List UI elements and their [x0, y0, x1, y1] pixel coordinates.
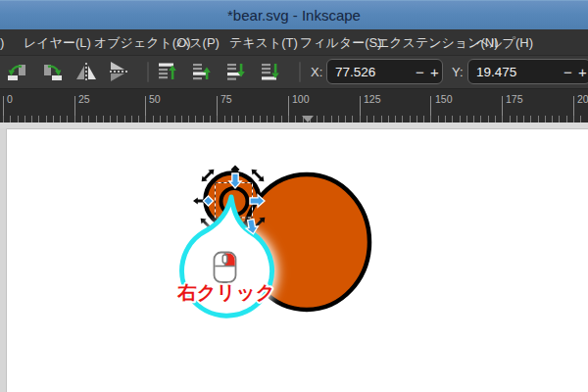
title-bar[interactable]: *bear.svg - Inkscape	[0, 0, 588, 29]
ruler-label: 200	[577, 93, 588, 105]
window-title: *bear.svg - Inkscape	[227, 7, 361, 24]
x-label: X:	[311, 56, 322, 88]
rotate-cw-icon	[40, 60, 64, 83]
canvas-area: 右クリック	[0, 122, 588, 392]
canvas-gutter-left	[0, 128, 7, 392]
x-increment-button[interactable]: +	[427, 64, 442, 80]
y-value[interactable]: 19.475	[468, 65, 561, 79]
ruler-label: 150	[435, 93, 453, 105]
lower-button[interactable]	[223, 59, 249, 84]
y-input[interactable]: 19.475 − +	[467, 59, 588, 84]
callout-label: 右クリック	[176, 281, 274, 303]
mouse-icon	[215, 253, 236, 283]
menu-item-clipped[interactable]: )	[0, 29, 4, 56]
y-label: Y:	[452, 56, 464, 88]
raise-to-top-icon	[156, 60, 179, 83]
flip-vertical-icon	[107, 60, 130, 83]
flip-horizontal-button[interactable]	[74, 59, 99, 84]
raise-icon	[190, 60, 214, 83]
ruler-label: 50	[149, 93, 161, 105]
x-value[interactable]: 77.526	[327, 65, 413, 79]
toolbar-separator	[299, 62, 301, 82]
horizontal-ruler: 0 25 50 75 100 125 150 175 200	[0, 88, 588, 122]
ruler-label: 25	[78, 93, 90, 105]
rotate-ccw-icon	[6, 60, 29, 83]
canvas-gutter-top	[0, 122, 588, 129]
ruler-label: 175	[506, 93, 523, 105]
menu-item-help[interactable]: ヘルプ(H)	[476, 29, 533, 56]
lower-to-bottom-button[interactable]	[258, 59, 283, 84]
y-increment-button[interactable]: +	[575, 64, 588, 80]
ruler-minor-ticks	[3, 116, 588, 122]
ruler-label: 100	[292, 93, 310, 105]
y-decrement-button[interactable]: −	[561, 64, 575, 80]
mouse-wheel	[222, 255, 227, 264]
toolbar-separator	[147, 62, 149, 82]
menu-item-layer[interactable]: レイヤー(L)	[24, 29, 91, 56]
rotate-ccw-button[interactable]	[5, 59, 30, 84]
lower-icon	[224, 60, 248, 83]
ruler-position-marker	[302, 116, 314, 122]
menu-item-filters[interactable]: フィルター(S)	[300, 29, 382, 56]
flip-vertical-button[interactable]	[106, 59, 131, 84]
x-input[interactable]: 77.526 − +	[326, 59, 443, 84]
x-decrement-button[interactable]: −	[413, 64, 427, 80]
raise-button[interactable]	[189, 59, 215, 84]
menu-item-text[interactable]: テキスト(T)	[229, 29, 298, 56]
ruler-label: 0	[7, 93, 13, 105]
rotate-cw-button[interactable]	[39, 59, 65, 84]
flip-horizontal-icon	[74, 60, 98, 83]
lower-to-bottom-icon	[259, 60, 282, 83]
command-toolbar: X: 77.526 − + Y: 19.475 − +	[0, 56, 588, 88]
ruler-label: 125	[364, 93, 381, 105]
canvas-svg: 右クリック	[0, 122, 588, 392]
ruler-label: 75	[220, 93, 232, 105]
menu-item-path[interactable]: パス(P)	[176, 29, 220, 56]
raise-to-top-button[interactable]	[155, 59, 180, 84]
inkscape-window: *bear.svg - Inkscape ) レイヤー(L) オブジェクト(O)…	[0, 0, 588, 392]
menu-bar: ) レイヤー(L) オブジェクト(O) パス(P) テキスト(T) フィルター(…	[0, 29, 588, 56]
